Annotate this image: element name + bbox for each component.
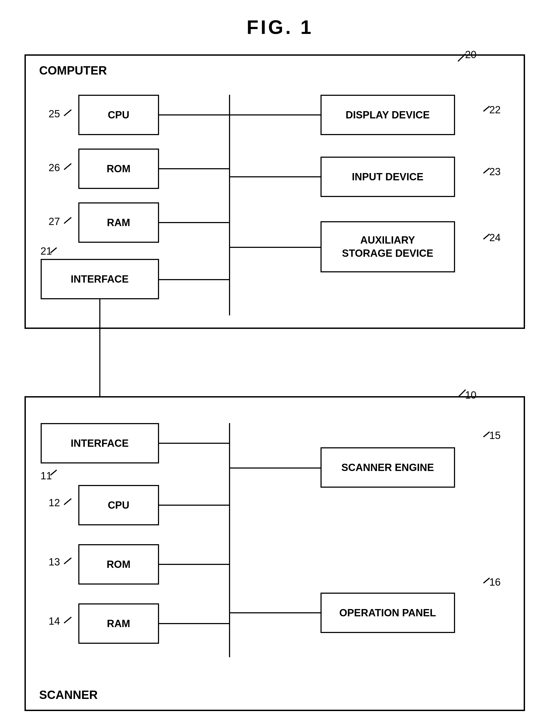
computer-rom-box: ROM (78, 149, 159, 189)
storage-device-box: AUXILIARY STORAGE DEVICE (320, 221, 455, 272)
bus-to-display-line (230, 114, 320, 115)
ref-15: 15 (489, 430, 501, 441)
ref-24: 24 (489, 232, 501, 244)
inter-box-vline (99, 299, 100, 396)
scanner-rom-box: ROM (78, 544, 159, 585)
operation-panel-box: OPERATION PANEL (320, 593, 455, 633)
input-device-box: INPUT DEVICE (320, 157, 455, 197)
computer-label: COMPUTER (39, 64, 107, 77)
ref-23: 23 (489, 166, 501, 178)
computer-ram-box: RAM (78, 202, 159, 243)
bus-to-input-line (230, 176, 320, 177)
ref-computer: 20 (465, 49, 476, 61)
ref-27: 27 (49, 216, 60, 227)
scanner-label: SCANNER (39, 688, 98, 702)
cpu-to-bus-line (159, 114, 230, 115)
scanner-bus-vline (229, 423, 230, 657)
rom-to-bus-line (159, 168, 230, 169)
ref-scanner: 10 (465, 389, 476, 401)
ram-to-bus-line (159, 222, 230, 223)
ref-14: 14 (49, 616, 60, 627)
scanner-interface-to-bus (159, 443, 230, 444)
bus-to-scanner-engine (230, 467, 320, 469)
bus-to-operation-panel (230, 612, 320, 613)
scanner-ram-to-bus (159, 623, 230, 624)
scanner-cpu-to-bus (159, 505, 230, 506)
scanner-rom-to-bus (159, 564, 230, 565)
ref-11: 11 (41, 470, 52, 482)
scanner-cpu-box: CPU (78, 485, 159, 525)
bus-to-storage-line (230, 247, 320, 248)
ref-13: 13 (49, 556, 60, 568)
diagram-container: COMPUTER 20 CPU 25 ROM 26 RAM 27 INTERFA… (24, 54, 536, 722)
ref-25: 25 (49, 108, 60, 120)
computer-cpu-box: CPU (78, 95, 159, 135)
ref-21: 21 (41, 245, 52, 257)
ref-26: 26 (49, 162, 60, 174)
interface-to-bus-line (159, 279, 230, 280)
computer-interface-box: INTERFACE (41, 259, 159, 299)
ref-16: 16 (489, 576, 501, 588)
page-title: FIG. 1 (246, 16, 313, 38)
scanner-engine-box: SCANNER ENGINE (320, 447, 455, 488)
computer-bus-vline (229, 95, 230, 315)
scanner-ram-box: RAM (78, 603, 159, 644)
display-device-box: DISPLAY DEVICE (320, 95, 455, 135)
scanner-interface-box: INTERFACE (41, 423, 159, 463)
ref-12: 12 (49, 497, 60, 509)
ref-22: 22 (489, 104, 501, 116)
